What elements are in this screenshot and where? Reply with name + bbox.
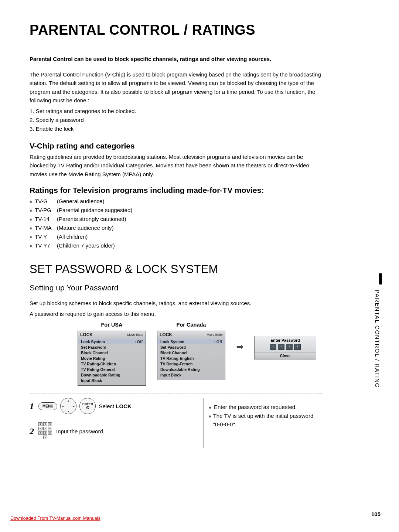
rating-code: TV-MA xyxy=(35,224,57,232)
step-line: 2. Specify a password xyxy=(30,116,323,125)
menu-item: Movie Rating xyxy=(81,356,143,361)
password-digit: * xyxy=(294,344,301,350)
rating-desc: (Children 7 years older) xyxy=(57,241,115,250)
rating-code: TV-Y xyxy=(35,232,57,241)
bullet-icon: ■ xyxy=(30,232,35,241)
step-text: Input the password. xyxy=(56,428,105,434)
body-paragraph: Set up blocking schemes to block specifi… xyxy=(30,299,323,307)
remote-menu-button: MENU xyxy=(38,402,57,410)
step-line: 1. Set ratings and categories to be bloc… xyxy=(30,107,323,116)
step-number: 1 xyxy=(30,401,35,411)
menu-caption-usa: For USA xyxy=(78,322,146,328)
password-title: Enter Password xyxy=(255,336,316,344)
step-number: 2 xyxy=(30,426,35,436)
password-close: Close xyxy=(255,352,316,359)
menu-item: Block Channel xyxy=(81,351,143,355)
password-digit: * xyxy=(270,344,276,350)
bullet-icon: ■ xyxy=(30,206,35,215)
menu-title: LOCK xyxy=(80,332,93,337)
rating-desc: (Parents strongly cautioned) xyxy=(57,215,126,224)
remote-dpad-icon: ▴▾◂▸ xyxy=(60,398,76,414)
rating-code: TV-Y7 xyxy=(35,241,57,250)
rating-desc: (Mature audience only) xyxy=(57,224,113,232)
menu-item: Downloadable Rating xyxy=(81,373,143,377)
rating-desc: (Parental guidance suggested) xyxy=(57,206,132,215)
ratings-list: ■TV-G(General audience) ■TV-PG(Parental … xyxy=(30,197,323,250)
divider xyxy=(30,393,323,393)
password-digit: * xyxy=(286,344,293,350)
remote-numpad-icon: 123 456 789 0 xyxy=(38,422,53,440)
password-dialog: Enter Password * * * * Close xyxy=(254,336,316,359)
remote-enter-button: ENTER⊙ xyxy=(79,398,96,414)
section-heading: Ratings for Television programs includin… xyxy=(30,186,323,195)
body-paragraph: The Parental Control Function (V-Chip) i… xyxy=(30,70,323,105)
rating-desc: (General audience) xyxy=(57,197,104,206)
bullet-icon: ■ xyxy=(30,224,35,232)
menu-title: LOCK xyxy=(160,332,172,337)
bullet-icon: ■ xyxy=(30,241,35,250)
menu-caption-canada: For Canada xyxy=(157,322,225,328)
bullet-icon: ■ xyxy=(209,403,214,411)
menu-item: Downloadable Rating xyxy=(160,367,222,372)
menu-value: : Off xyxy=(214,340,222,344)
password-digit: * xyxy=(278,344,284,350)
page-title: PARENTAL CONTROL / RATINGS xyxy=(30,22,323,38)
menu-item: Lock System xyxy=(160,340,214,344)
rating-desc: (All children) xyxy=(57,232,88,241)
note-text: Enter the password as requested. xyxy=(214,403,297,411)
download-link[interactable]: Downloaded From TV-Manual.com Manuals xyxy=(10,516,100,521)
menu-item: Input Block xyxy=(81,378,143,383)
osd-menu-usa: LOCK Move Enter Lock System: Off Set Pas… xyxy=(78,331,146,386)
arrow-right-icon: ➡ xyxy=(236,342,243,352)
osd-menu-canada: LOCK Move Enter Lock System: Off Set Pas… xyxy=(157,331,225,380)
section-title: SET PASSWORD & LOCK SYSTEM xyxy=(30,263,323,276)
note-text: The TV is set up with the initial passwo… xyxy=(213,412,318,429)
menu-hint: Move Enter xyxy=(207,333,223,337)
menu-item: TV Rating-Children xyxy=(81,362,143,366)
menu-item: Set Password xyxy=(81,345,143,349)
page-number: 105 xyxy=(371,511,381,517)
menu-item: TV Rating-English xyxy=(160,356,222,361)
bullet-icon: ■ xyxy=(30,215,35,224)
rating-code: TV-G xyxy=(35,197,57,206)
step-text: Select LOCK. xyxy=(99,403,133,409)
intro-text: Parental Control can be used to block sp… xyxy=(30,56,323,62)
bullet-icon: ■ xyxy=(209,412,213,429)
side-tab: PARENTAL CONTROL / RATING xyxy=(374,273,382,421)
subsection-heading: Setting up Your Password xyxy=(30,283,323,292)
body-paragraph: A password is required to gain access to… xyxy=(30,310,323,318)
menu-item: Input Block xyxy=(160,373,222,377)
menu-item: TV Rating-French xyxy=(160,362,222,366)
menu-item: Set Password xyxy=(160,345,222,349)
menu-value: : Off xyxy=(134,340,143,344)
bullet-icon: ■ xyxy=(30,197,35,206)
menu-item: TV Rating-General xyxy=(81,367,143,372)
menu-item: Block Channel xyxy=(160,351,222,355)
section-heading: V-Chip rating and categories xyxy=(30,141,323,150)
notes-box: ■Enter the password as requested. ■The T… xyxy=(203,398,323,448)
step-line: 3. Enable the lock xyxy=(30,125,323,133)
menu-item: Lock System xyxy=(81,340,134,344)
body-paragraph: Rating guidelines are provided by broadc… xyxy=(30,153,323,178)
rating-code: TV-PG xyxy=(35,206,57,215)
rating-code: TV-14 xyxy=(35,215,57,224)
tab-marker xyxy=(379,273,382,284)
side-tab-label: PARENTAL CONTROL / RATING xyxy=(374,290,381,388)
menu-hint: Move Enter xyxy=(127,333,143,337)
